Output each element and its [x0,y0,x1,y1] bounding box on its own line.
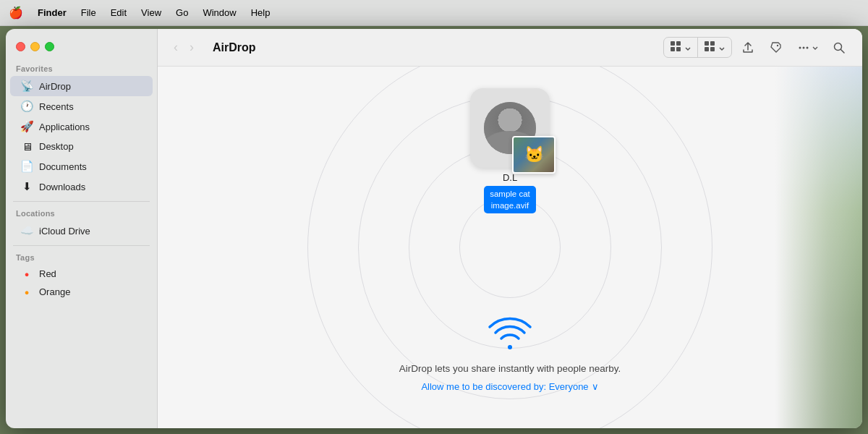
airdrop-info: AirDrop lets you share instantly with pe… [158,315,862,392]
downloads-icon: ⬇ [20,180,33,193]
svg-rect-0 [671,41,675,46]
locations-label: Locations [6,206,157,221]
maximize-button[interactable] [45,42,54,51]
sidebar-divider-1 [13,201,150,202]
file-label-line2: image.avif [491,201,529,210]
more-button[interactable] [791,38,823,58]
sidebar-item-documents-label: Documents [39,161,87,172]
device-name: D.L [503,172,517,183]
sidebar-item-tag-red-label: Red [39,268,56,279]
menu-view[interactable]: View [141,7,161,18]
share-button[interactable] [736,38,760,58]
main-content: ‹ › AirDrop [158,29,862,428]
menubar: 🍎 Finder File Edit View Go Window Help [0,0,868,26]
chevron-down-icon: ∨ [592,381,599,392]
tag-red-icon: ● [20,270,33,278]
tag-button[interactable] [764,38,787,58]
traffic-lights [6,38,157,61]
toolbar-right [663,37,851,58]
svg-point-14 [508,345,512,349]
device-card [470,88,550,168]
device-bubble[interactable]: D.L sample cat image.avif [470,88,550,213]
tags-label: Tags [6,250,157,265]
applications-icon: 🚀 [20,120,33,133]
sidebar-item-tag-orange[interactable]: ● Orange [10,283,153,301]
sidebar-item-tag-orange-label: Orange [39,286,70,297]
sidebar-item-icloud-label: iCloud Drive [39,226,90,237]
svg-line-13 [841,49,845,53]
sidebar-item-downloads[interactable]: ⬇ Downloads [10,176,153,197]
recents-icon: 🕐 [20,100,33,113]
svg-rect-5 [710,41,715,46]
nav-buttons: ‹ › [169,37,198,58]
sidebar-item-airdrop-label: AirDrop [39,81,71,92]
sidebar-item-airdrop[interactable]: 📡 AirDrop [10,76,153,96]
svg-rect-3 [676,47,681,51]
menu-file[interactable]: File [81,7,96,18]
back-button[interactable]: ‹ [169,37,182,58]
cat-image [514,137,554,172]
desktop-icon: 🖥 [20,140,33,153]
finder-window: Favorites 📡 AirDrop 🕐 Recents 🚀 Applicat… [6,29,862,428]
sidebar-item-desktop[interactable]: 🖥 Desktop [10,137,153,156]
svg-rect-1 [676,41,681,46]
close-button[interactable] [16,42,25,51]
airdrop-description: AirDrop lets you share instantly with pe… [399,363,621,374]
sidebar-item-recents-label: Recents [39,101,74,112]
documents-icon: 📄 [20,160,33,173]
sidebar-item-tag-red[interactable]: ● Red [10,265,153,283]
sidebar-item-downloads-label: Downloads [39,182,85,192]
sidebar-item-desktop-label: Desktop [39,141,74,152]
svg-rect-4 [705,41,709,46]
tag-orange-icon: ● [20,288,33,297]
app-name[interactable]: Finder [38,7,67,18]
search-button[interactable] [827,38,851,58]
icloud-icon: ☁️ [20,224,33,237]
svg-rect-2 [671,47,675,51]
svg-point-10 [803,46,805,48]
airdrop-icon: 📡 [20,80,33,93]
sidebar-divider-2 [13,245,150,246]
menu-go[interactable]: Go [176,7,188,18]
view-grid-button[interactable] [664,38,698,57]
svg-point-8 [777,44,778,46]
file-label-line1: sample cat [490,190,530,198]
menu-help[interactable]: Help [251,7,271,18]
apple-menu[interactable]: 🍎 [9,6,23,20]
file-label: sample cat image.avif [484,186,536,213]
sidebar-item-applications[interactable]: 🚀 Applications [10,116,153,137]
airdrop-wifi-icon [487,315,533,356]
menu-window[interactable]: Window [203,7,236,18]
airdrop-content: D.L sample cat image.avif AirDrop lets y… [158,67,862,428]
airdrop-discover-link[interactable]: Allow me to be discovered by: Everyone ∨ [421,381,598,392]
menu-edit[interactable]: Edit [111,7,127,18]
svg-rect-6 [705,47,709,51]
view-switcher [663,37,732,58]
favorites-label: Favorites [6,61,157,76]
sidebar-item-icloud[interactable]: ☁️ iCloud Drive [10,221,153,241]
file-thumbnail [512,136,556,174]
minimize-button[interactable] [30,42,40,51]
sidebar-item-recents[interactable]: 🕐 Recents [10,96,153,116]
sidebar: Favorites 📡 AirDrop 🕐 Recents 🚀 Applicat… [6,29,158,428]
view-list-button[interactable] [698,38,731,57]
toolbar-title: AirDrop [213,41,658,54]
svg-point-11 [807,46,809,48]
toolbar: ‹ › AirDrop [158,29,862,67]
svg-point-9 [799,46,801,48]
svg-rect-7 [710,47,715,51]
sidebar-item-documents[interactable]: 📄 Documents [10,156,153,176]
forward-button[interactable]: › [185,37,198,58]
sidebar-item-applications-label: Applications [39,122,90,132]
airdrop-discover-label: Allow me to be discovered by: Everyone [421,381,588,392]
